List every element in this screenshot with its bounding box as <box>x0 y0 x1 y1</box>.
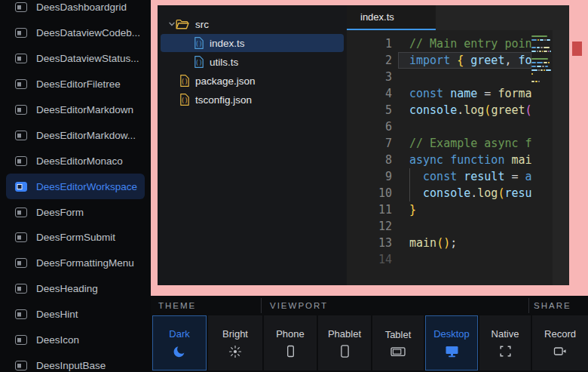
sidebar-item[interactable]: DeesEditorWorkspace <box>6 174 145 199</box>
code-line-text: console.log(result <box>398 185 531 201</box>
code-line-text: async function main( <box>398 152 531 168</box>
phablet-button[interactable]: Phablet <box>318 315 371 370</box>
desktop-button[interactable]: Desktop <box>425 315 478 370</box>
sidebar-item[interactable]: DeesFormattingMenu <box>6 251 145 276</box>
phablet-icon <box>338 345 351 358</box>
code-line: 3 <box>347 69 531 85</box>
ts-file-icon: () <box>194 37 204 49</box>
tree-row-label: index.ts <box>210 38 245 49</box>
editor-scrollbar[interactable] <box>553 30 569 285</box>
component-icon <box>15 361 27 370</box>
svg-text:(): () <box>181 97 188 104</box>
code-line: 13main(); <box>347 235 531 251</box>
line-number: 10 <box>347 185 398 201</box>
component-icon <box>15 156 27 166</box>
sidebar-item[interactable]: DeesDataviewStatus... <box>6 46 145 72</box>
svg-text:(): () <box>181 78 188 85</box>
editor-tab-label: index.ts <box>360 11 394 23</box>
svg-text:(): () <box>195 41 203 48</box>
code-line: 6 <box>347 118 531 135</box>
toolbar-button-label: Phablet <box>328 328 361 340</box>
sidebar-item-label: DeesFormattingMenu <box>36 257 134 269</box>
code-line-text <box>398 118 531 135</box>
toolbar-button-label: Phone <box>276 328 305 340</box>
toolbar-button-label: Record <box>544 328 576 340</box>
dark-button[interactable]: Dark <box>152 315 207 370</box>
code-line-text: const result = awa <box>398 168 531 185</box>
native-button[interactable]: Native <box>479 315 531 370</box>
json-file-icon: () <box>179 94 189 106</box>
component-icon <box>15 182 27 192</box>
bright-button[interactable]: Bright <box>208 315 262 370</box>
tree-row[interactable]: ()package.json <box>161 72 344 90</box>
chevron-down-icon[interactable] <box>168 20 176 28</box>
tree-row[interactable]: ()index.ts <box>161 34 344 52</box>
scrollbar-thumb[interactable] <box>572 42 582 56</box>
code-line: 8async function main( <box>347 152 531 168</box>
sidebar-item-label: DeesDataviewStatus... <box>36 53 139 64</box>
component-sidebar: DeesDashboardgridDeesDataviewCodeb...Dee… <box>0 0 151 372</box>
sidebar-item-label: DeesInputBase <box>36 360 106 371</box>
sidebar-item[interactable]: DeesForm <box>6 199 145 225</box>
code-line-text: console.log(greet(na <box>398 102 531 118</box>
toolbar-section-title: VIEWPORT <box>270 301 328 310</box>
json-file-icon: () <box>179 75 189 87</box>
sidebar-item-label: DeesFormSubmit <box>36 232 115 243</box>
toolbar-button-label: Desktop <box>433 328 470 340</box>
sidebar-item-label: DeesHeading <box>36 283 98 294</box>
tablet-button[interactable]: Tablet <box>372 315 424 370</box>
line-number: 6 <box>347 118 398 135</box>
code-line-text: import { greet, form <box>398 52 531 69</box>
component-icon <box>15 258 27 268</box>
code-line-text <box>398 69 531 85</box>
tree-row[interactable]: ()utils.ts <box>161 53 344 71</box>
toolbar-headers: THEMEVIEWPORTSHARE <box>151 296 588 315</box>
toolbar-section-title: SHARE <box>534 301 571 310</box>
component-icon <box>15 309 27 319</box>
editor-tab-bar: index.ts <box>347 5 569 30</box>
line-number: 2 <box>347 52 398 69</box>
section-divider <box>528 298 529 313</box>
sidebar-item[interactable]: DeesEditorMarkdown <box>6 97 145 123</box>
code-line-text: } <box>398 201 531 218</box>
sidebar-item[interactable]: DeesEditorMarkdow... <box>6 122 145 148</box>
sidebar-item-label: DeesEditorWorkspace <box>36 181 137 192</box>
sidebar-item-label: DeesDashboardgrid <box>36 2 127 13</box>
code-line: 7// Example async fun <box>347 135 531 152</box>
sidebar-item[interactable]: DeesInputBase <box>6 352 145 372</box>
line-number: 5 <box>347 102 398 118</box>
toolbar-button-label: Bright <box>222 328 248 340</box>
phone-button[interactable]: Phone <box>264 315 317 370</box>
file-tree-panel: src()index.ts()utils.ts()package.json()t… <box>158 5 347 285</box>
component-icon <box>15 54 27 63</box>
sidebar-item[interactable]: DeesIcon <box>6 327 145 353</box>
code-line: 1// Main entry point <box>347 35 531 52</box>
tree-row[interactable]: src <box>161 15 344 33</box>
sidebar-item[interactable]: DeesEditorFiletree <box>6 72 145 97</box>
minimap[interactable] <box>531 34 551 87</box>
folder-open-icon <box>176 19 189 30</box>
sidebar-item-label: DeesDataviewCodeb... <box>36 27 140 38</box>
component-icon <box>15 28 27 38</box>
native-icon <box>499 345 512 358</box>
sidebar-item[interactable]: DeesHeading <box>6 276 145 302</box>
editor-tab-active[interactable]: index.ts <box>347 5 436 30</box>
sidebar-item[interactable]: DeesEditorMonaco <box>6 148 145 174</box>
sidebar-item[interactable]: DeesFormSubmit <box>6 225 145 251</box>
desktop-icon <box>445 345 459 358</box>
tree-row[interactable]: ()tsconfig.json <box>161 91 344 109</box>
code-line-text <box>398 251 531 268</box>
line-number: 9 <box>347 168 398 185</box>
code-editor-panel: index.ts 1// Main entry point2import { g… <box>347 5 569 285</box>
code-line: 4const name = formatN <box>347 85 531 102</box>
sidebar-item[interactable]: DeesHint <box>6 302 145 327</box>
record-button[interactable]: Record <box>532 315 588 370</box>
tablet-icon <box>390 346 406 358</box>
line-number: 11 <box>347 201 398 218</box>
component-icon <box>15 131 27 140</box>
sidebar-item[interactable]: DeesDashboardgrid <box>6 0 145 20</box>
toolbar-button-label: Native <box>492 328 519 340</box>
sidebar-item[interactable]: DeesDataviewCodeb... <box>6 20 145 46</box>
app-window: DeesDashboardgridDeesDataviewCodeb...Dee… <box>0 0 588 372</box>
code-line-text: // Example async fun <box>398 135 531 152</box>
